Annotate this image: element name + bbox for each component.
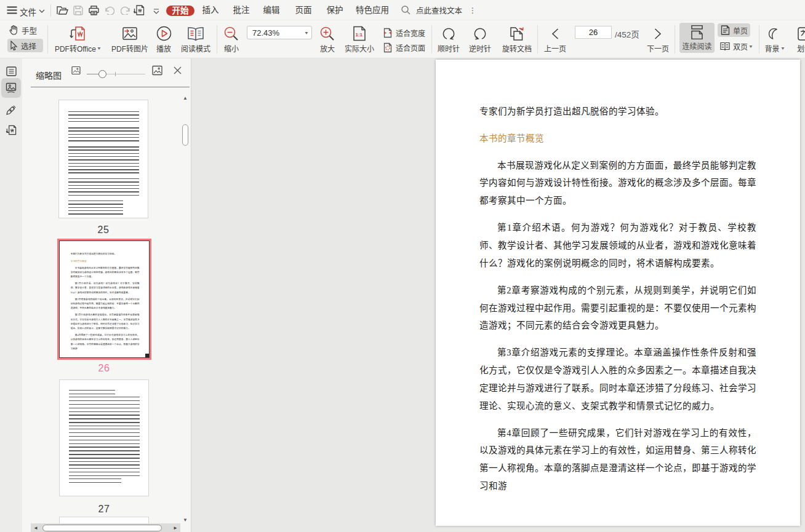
file-menu[interactable]: 文件 <box>20 6 36 18</box>
page-section-heading: 本书的章节概览 <box>479 130 756 148</box>
rotate-counterclockwise-label: 逆时针 <box>469 43 491 54</box>
scroll-left-arrow[interactable]: ◄ <box>31 523 40 532</box>
search-more-icon[interactable]: ⋮ <box>469 6 476 15</box>
rotate-counterclockwise-button[interactable]: 逆时针 <box>465 25 495 54</box>
large-thumbnails-icon[interactable] <box>152 65 162 76</box>
small-thumbnails-icon[interactable] <box>71 66 81 75</box>
continuous-reading-button[interactable]: 连续阅读 <box>679 23 715 53</box>
play-button[interactable]: 播放 <box>148 25 179 54</box>
single-page-button[interactable]: 单页 <box>718 23 750 37</box>
play-icon <box>156 25 172 42</box>
zoom-out-icon <box>224 25 239 42</box>
divider <box>759 25 759 54</box>
background-caret-icon: ▾ <box>781 46 784 51</box>
rotate-clockwise-label: 顺时针 <box>438 43 460 54</box>
background-button[interactable]: 背景▾ <box>761 25 788 54</box>
pdf-to-image-button[interactable]: PDF转图片 <box>108 25 151 54</box>
pdf-to-image-icon <box>122 25 138 42</box>
redo-icon[interactable] <box>119 4 132 17</box>
zoom-level-combobox[interactable]: 72.43% ▾ <box>247 26 312 39</box>
hand-tool-label: 手型 <box>22 25 37 36</box>
thumbnail-panel-button[interactable] <box>1 78 21 98</box>
open-file-icon[interactable] <box>56 4 68 17</box>
reading-mode-icon <box>187 25 204 42</box>
tab-home[interactable]: 开始 <box>166 6 194 17</box>
actual-size-label: 实际大小 <box>345 43 374 54</box>
play-label: 播放 <box>156 43 171 54</box>
rotate-document-icon <box>509 25 526 42</box>
fit-width-label: 适合宽度 <box>396 28 425 38</box>
tab-comment[interactable]: 批注 <box>230 5 252 16</box>
thumbnail-horizontal-scrollbar-thumb[interactable] <box>42 525 162 531</box>
collapse-ribbon-icon[interactable] <box>150 5 162 17</box>
thumbnail-size-slider[interactable] <box>87 74 145 74</box>
previous-page-button[interactable]: 上一页 <box>541 25 569 54</box>
thumbnail-page-27[interactable] <box>59 379 149 496</box>
export-word-icon <box>6 125 17 135</box>
fit-width-icon <box>383 28 393 38</box>
zoom-level-value[interactable]: 72.43% <box>252 28 303 38</box>
thumbnail-page-25[interactable] <box>58 100 148 218</box>
double-page-button[interactable]: 双页 ▾ <box>718 39 755 53</box>
thumbnail-scroll-up-arrow[interactable]: ▲ <box>180 93 190 102</box>
zoom-out-button[interactable]: 缩小 <box>217 25 246 54</box>
document-view-area[interactable]: 专家们为新学员打造出超凡脱俗的学习体验。 本书的章节概览 本书展现游戏化从定义到… <box>191 58 805 532</box>
previous-page-label: 上一页 <box>544 43 566 54</box>
zoom-in-label: 放大 <box>320 43 335 54</box>
thumbnail-26-label: 26 <box>59 363 149 374</box>
next-page-button[interactable]: 下一页 <box>644 25 672 54</box>
thumbnail-page-26-selected[interactable]: 专家们为新学员打造出超凡脱俗的学习体验。 本书的章节概览 本书展现游戏化从定义到… <box>59 240 150 358</box>
word-translate-label: 划词 <box>797 43 805 54</box>
page-paragraph: 本书展现游戏化从定义到案例的方方面面，最终学员能够判定教学内容如何与游戏设计特性… <box>479 157 756 210</box>
annotation-panel-button[interactable] <box>1 100 21 120</box>
pdf-page-content: 专家们为新学员打造出超凡脱俗的学习体验。 本书的章节概览 本书展现游戏化从定义到… <box>436 60 800 526</box>
pdf-page[interactable]: 专家们为新学员打造出超凡脱俗的学习体验。 本书的章节概览 本书展现游戏化从定义到… <box>436 60 800 526</box>
page-total-label: /452页 <box>615 28 639 40</box>
slider-knob[interactable] <box>98 70 106 78</box>
thumbnail-25-label: 25 <box>58 224 148 236</box>
thumbnail-horizontal-scrollbar[interactable]: ◄ ► <box>31 523 180 532</box>
zoom-in-button[interactable]: 放大 <box>313 25 342 54</box>
thumbnail-27-label: 27 <box>59 504 149 515</box>
undo-icon[interactable] <box>103 4 116 17</box>
save-icon[interactable] <box>72 4 84 17</box>
pdf-to-office-button[interactable]: PDF转Office▾ <box>50 25 105 54</box>
export-to-word-icon[interactable] <box>132 4 145 17</box>
fit-width-button[interactable]: 适合宽度 <box>383 26 425 39</box>
tab-insert[interactable]: 插入 <box>199 5 222 16</box>
pen-icon <box>6 105 17 116</box>
zoom-out-label: 缩小 <box>224 43 239 54</box>
rotate-counterclockwise-icon <box>473 25 487 42</box>
print-icon[interactable] <box>87 4 100 17</box>
reading-mode-button[interactable]: 阅读模式 <box>178 25 213 54</box>
actual-size-button[interactable]: 1:1 实际大小 <box>343 25 376 54</box>
thumbnail-page-28-partial[interactable] <box>59 517 149 523</box>
tab-pages[interactable]: 页面 <box>292 5 314 16</box>
word-translate-button[interactable]: 划词 <box>790 25 805 54</box>
content-area: 缩略图 25 专家们为新学员打造出超凡脱俗 <box>0 58 805 532</box>
continuous-reading-label: 连续阅读 <box>682 41 711 51</box>
select-tool-button[interactable]: 选择 <box>7 39 43 52</box>
divider <box>50 4 51 17</box>
search-placeholder[interactable]: 点此查找文本 <box>416 4 462 16</box>
close-panel-icon[interactable] <box>174 66 182 74</box>
fit-page-button[interactable]: 适合页面 <box>383 41 425 54</box>
hamburger-menu-icon[interactable] <box>6 4 18 17</box>
rotate-clockwise-button[interactable]: 顺时针 <box>433 25 464 54</box>
tab-protect[interactable]: 保护 <box>324 5 346 16</box>
tab-special-features[interactable]: 特色应用 <box>354 5 390 16</box>
tab-edit[interactable]: 编辑 <box>260 5 282 16</box>
rotate-document-button[interactable]: 旋转文档 <box>499 25 535 54</box>
hand-tool-button[interactable]: 手型 <box>7 23 43 37</box>
export-panel-button[interactable] <box>1 120 21 140</box>
search-box[interactable]: 点此查找文本 ⋮ <box>401 0 476 20</box>
page-number-input[interactable] <box>575 26 612 39</box>
thumbnail-panel-title: 缩略图 <box>36 69 62 81</box>
thumbnail-vertical-scrollbar-thumb[interactable] <box>182 124 188 146</box>
zoom-caret-icon[interactable]: ▾ <box>305 30 308 36</box>
thumbnail-scroll-down-arrow[interactable]: ▼ <box>180 515 190 524</box>
file-menu-chevron-icon[interactable] <box>36 5 48 17</box>
page-paragraph: 第1章介绍术语。何为游戏？何为游戏化？对于教员、学校教师、教学设计者、其他学习发… <box>479 219 756 272</box>
thumbnail-panel: 缩略图 25 专家们为新学员打造出超凡脱俗 <box>22 58 191 532</box>
scroll-right-arrow[interactable]: ► <box>171 523 180 532</box>
